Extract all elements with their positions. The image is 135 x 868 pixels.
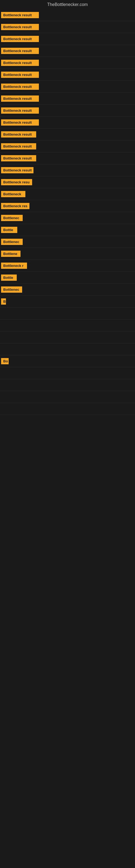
bottleneck-result-bar[interactable]: Bottleneck resu: [1, 179, 32, 185]
bottleneck-result-bar[interactable]: Bottleneck result: [1, 48, 39, 54]
list-item: Bottleneck r: [0, 260, 135, 272]
bottleneck-result-bar[interactable]: Bottleneck result: [1, 84, 39, 90]
bottleneck-result-bar[interactable]: Bottleneck result: [1, 95, 39, 102]
bottleneck-result-bar[interactable]: Bottleneck result: [1, 167, 34, 173]
list-item: [0, 332, 135, 343]
list-item: Bottleneck result: [0, 164, 135, 176]
bottleneck-result-bar[interactable]: B: [1, 299, 6, 305]
list-item: Bottlene: [0, 248, 135, 260]
bottleneck-result-bar[interactable]: Bottleneck result: [1, 60, 39, 66]
list-item: Bottlenec: [0, 284, 135, 296]
list-item: Bottleneck result: [0, 21, 135, 33]
list-item: [0, 403, 135, 415]
bottleneck-result-bar[interactable]: Bottle: [1, 227, 17, 233]
bottleneck-result-bar[interactable]: Bottleneck result: [1, 143, 36, 150]
bottleneck-result-bar[interactable]: Bottleneck result: [1, 72, 39, 78]
list-item: Bo: [0, 355, 135, 367]
list-item: Bottleneck result: [0, 45, 135, 57]
list-item: Bottleneck result: [0, 33, 135, 45]
bottleneck-result-bar[interactable]: Bottleneck res: [1, 203, 30, 209]
list-item: Bottleneck resu: [0, 176, 135, 188]
list-item: Bottleneck result: [0, 93, 135, 105]
bottleneck-result-bar[interactable]: Bottleneck result: [1, 107, 39, 114]
list-item: B: [0, 296, 135, 308]
list-item: [0, 367, 135, 379]
bottleneck-result-bar[interactable]: Bottlene: [1, 251, 20, 257]
list-item: Bottleneck result: [0, 81, 135, 93]
list-item: [0, 391, 135, 403]
bottleneck-result-bar[interactable]: Bottleneck result: [1, 12, 39, 18]
list-item: Bottle: [0, 224, 135, 236]
bottleneck-result-bar[interactable]: Bottlenec: [1, 239, 23, 245]
bottleneck-result-bar[interactable]: Bo: [1, 358, 9, 364]
site-title: TheBottlenecker.com: [0, 0, 135, 9]
list-item: Bottleneck result: [0, 129, 135, 141]
list-item: Bottle: [0, 272, 135, 284]
bottleneck-result-bar[interactable]: Bottlenec: [1, 215, 23, 221]
list-item: Bottleneck result: [0, 9, 135, 21]
list-item: Bottleneck result: [0, 57, 135, 69]
list-item: [0, 319, 135, 332]
bottleneck-result-bar[interactable]: Bottleneck result: [1, 24, 39, 30]
bottleneck-result-bar[interactable]: Bottle: [1, 275, 17, 281]
list-item: Bottleneck res: [0, 200, 135, 212]
bottleneck-result-bar[interactable]: Bottleneck result: [1, 155, 36, 161]
bottleneck-result-bar[interactable]: Bottleneck result: [1, 131, 36, 137]
list-item: Bottlenec: [0, 212, 135, 224]
list-item: Bottleneck result: [0, 117, 135, 129]
list-item: [0, 308, 135, 319]
list-item: Bottleneck result: [0, 105, 135, 117]
bottleneck-result-bar[interactable]: Bottleneck r: [1, 262, 27, 269]
list-item: Bottleneck result: [0, 152, 135, 164]
list-item: Bottleneck result: [0, 69, 135, 81]
list-item: [0, 379, 135, 391]
list-item: Bottleneck result: [0, 141, 135, 152]
bottleneck-result-bar[interactable]: Bottleneck result: [1, 36, 39, 42]
bottleneck-result-bar[interactable]: Bottleneck result: [1, 119, 39, 126]
list-item: Bottlenec: [0, 236, 135, 248]
bottleneck-result-bar[interactable]: Bottleneck: [1, 191, 26, 197]
bottleneck-result-bar[interactable]: Bottlenec: [1, 286, 22, 293]
list-item: [0, 343, 135, 355]
list-item: Bottleneck: [0, 188, 135, 200]
